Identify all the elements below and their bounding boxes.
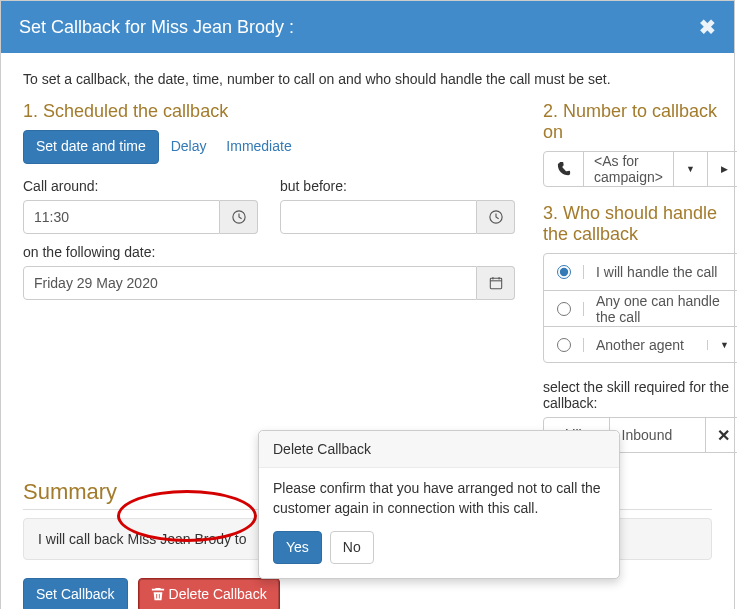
modal-header: Set Callback for Miss Jean Brody : ✖: [1, 1, 734, 53]
close-icon[interactable]: ✖: [699, 15, 716, 39]
phone-selector: <As for campaign>: [543, 151, 737, 187]
handler-agent-dropdown-icon[interactable]: [707, 340, 737, 350]
handler-label-agent: Another agent: [584, 337, 707, 353]
phone-dropdown-icon[interactable]: [673, 152, 707, 186]
handler-radio-self[interactable]: [557, 265, 571, 279]
call-around-input[interactable]: [23, 200, 220, 234]
handler-option-agent[interactable]: Another agent: [544, 326, 737, 362]
phone-value: <As for campaign>: [584, 152, 673, 186]
delete-confirm-popover: Delete Callback Please confirm that you …: [258, 430, 620, 579]
phone-icon: [544, 152, 584, 186]
handler-radio-agent[interactable]: [557, 338, 571, 352]
but-before-input[interactable]: [280, 200, 477, 234]
svg-rect-2: [490, 278, 501, 289]
set-callback-button[interactable]: Set Callback: [23, 578, 128, 609]
handler-option-anyone[interactable]: Any one can handle the call: [544, 290, 737, 326]
date-label: on the following date:: [23, 244, 515, 260]
phone-play-icon[interactable]: [707, 152, 737, 186]
clock-icon[interactable]: [477, 200, 515, 234]
handler-radio-anyone[interactable]: [557, 302, 571, 316]
confirm-yes-button[interactable]: Yes: [273, 531, 322, 565]
tab-set-date-time[interactable]: Set date and time: [23, 130, 159, 164]
handler-heading: 3. Who should handle the callback: [543, 203, 737, 245]
skill-label: select the skill required for the callba…: [543, 379, 737, 411]
delete-callback-label: Delete Callback: [169, 586, 267, 602]
but-before-label: but before:: [280, 178, 515, 194]
date-input[interactable]: [23, 266, 477, 300]
number-heading: 2. Number to callback on: [543, 101, 737, 143]
confirm-no-button[interactable]: No: [330, 531, 374, 565]
intro-text: To set a callback, the date, time, numbe…: [23, 71, 712, 87]
popover-title: Delete Callback: [259, 431, 619, 468]
handler-option-self[interactable]: I will handle the call: [544, 254, 737, 290]
schedule-heading: 1. Scheduled the callback: [23, 101, 515, 122]
modal-title: Set Callback for Miss Jean Brody :: [19, 17, 294, 38]
tab-immediate[interactable]: Immediate: [218, 131, 299, 163]
clock-icon[interactable]: [220, 200, 258, 234]
tab-delay[interactable]: Delay: [163, 131, 215, 163]
handler-label-anyone: Any one can handle the call: [584, 293, 737, 325]
popover-body: Please confirm that you have arranged no…: [273, 478, 605, 519]
delete-callback-button[interactable]: Delete Callback: [138, 578, 280, 609]
handler-options: I will handle the call Any one can handl…: [543, 253, 737, 363]
footer-buttons: Set Callback Delete Callback: [23, 578, 712, 609]
calendar-icon[interactable]: [477, 266, 515, 300]
trash-icon: [151, 587, 165, 601]
skill-value: Inbound: [610, 418, 705, 452]
call-around-label: Call around:: [23, 178, 258, 194]
skill-clear-icon[interactable]: ✕: [705, 418, 737, 452]
schedule-tabs: Set date and time Delay Immediate: [23, 130, 515, 164]
handler-label-self: I will handle the call: [584, 264, 737, 280]
